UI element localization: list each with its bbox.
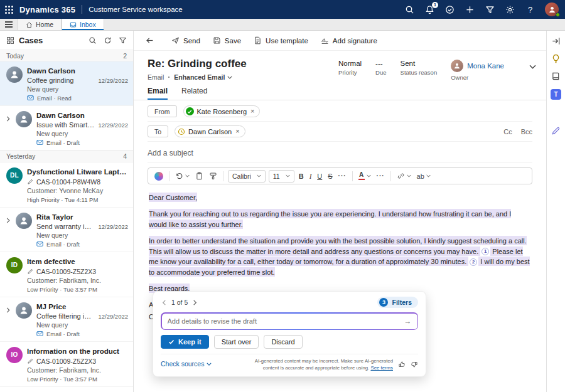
more-formatting-button[interactable]: ···: [336, 171, 349, 181]
pencil-icon: [27, 358, 33, 364]
cc-button[interactable]: Cc: [503, 128, 512, 135]
case-item[interactable]: IO Information on the product CAS-01009-…: [0, 342, 133, 387]
top-navigation-bar: Dynamics 365 Customer Service workspace …: [0, 0, 565, 19]
citation-1[interactable]: 1: [482, 248, 489, 255]
subject-row: [148, 142, 532, 163]
case-item[interactable]: ID Item defective CAS-01009-Z5Z2X3 Custo…: [0, 252, 133, 297]
submit-prompt-icon[interactable]: →: [404, 317, 412, 325]
conversation-item[interactable]: MJ Price Coffee filtering issue in BrewM…: [0, 297, 133, 342]
channel-status: Email · Draft: [46, 331, 80, 337]
chevron-down-icon: [426, 174, 431, 177]
refresh-icon[interactable]: [104, 36, 112, 45]
expand-header-chevron-icon[interactable]: [529, 60, 536, 69]
strikethrough-button[interactable]: S: [325, 171, 335, 182]
filter-icon[interactable]: [485, 4, 495, 15]
copilot-prompt-border: →: [161, 312, 418, 330]
site-map-hamburger-icon[interactable]: [0, 19, 18, 30]
conversation-item[interactable]: Rita Taylor Send warranty information fo…: [0, 208, 133, 252]
tab-email[interactable]: Email: [148, 87, 168, 100]
start-over-button[interactable]: Start over: [214, 335, 259, 349]
next-suggestion-icon[interactable]: [191, 299, 198, 307]
send-icon: [171, 36, 180, 45]
check-circle-icon[interactable]: [444, 4, 455, 15]
to-recipient-pill[interactable]: Dawn Carlson ×: [175, 125, 245, 137]
bold-button[interactable]: B: [296, 171, 306, 182]
remove-recipient-icon[interactable]: ×: [235, 128, 240, 135]
previous-suggestion-icon[interactable]: [161, 299, 168, 307]
notes-pen-icon[interactable]: [551, 126, 561, 135]
cases-view-icon[interactable]: [6, 36, 14, 45]
section-label: Yesterday: [6, 152, 35, 160]
inbox-filter-icon[interactable]: [119, 36, 127, 45]
undo-button[interactable]: [173, 170, 192, 182]
contact-name: Dawn Carlson: [36, 111, 128, 120]
collapse-pane-icon[interactable]: [551, 36, 561, 46]
font-color-button[interactable]: A: [356, 170, 374, 183]
from-recipient-pill[interactable]: Kate Rosenberg ×: [183, 105, 261, 117]
section-header-today[interactable]: Today 2: [0, 50, 133, 61]
toolbar-divider: [352, 171, 353, 181]
to-label[interactable]: To: [148, 125, 168, 137]
smart-assist-lightbulb-icon[interactable]: [551, 54, 561, 63]
form-selector[interactable]: Enhanced Email: [174, 73, 232, 81]
inbox-search-icon[interactable]: [89, 36, 97, 45]
add-signature-label: Add signature: [333, 37, 377, 45]
expand-thread-icon[interactable]: [6, 213, 11, 248]
priority-value: Normal: [338, 60, 362, 67]
insert-link-button[interactable]: [394, 170, 414, 182]
owner-value[interactable]: Mona Kane: [467, 62, 504, 70]
back-button[interactable]: [140, 34, 159, 47]
settings-gear-icon[interactable]: [505, 4, 515, 15]
font-family-select[interactable]: Calibri: [228, 170, 266, 183]
thumbs-up-icon[interactable]: [398, 361, 406, 368]
discard-button[interactable]: Discard: [264, 335, 302, 349]
field-priority: Normal Priority: [338, 60, 362, 76]
search-icon[interactable]: [404, 4, 415, 15]
copilot-prompt-input[interactable]: [168, 317, 399, 325]
conversation-item[interactable]: Dawn Carlson Coffee grinding 12/29/2022 …: [0, 61, 133, 106]
conversation-item[interactable]: Dawn Carlson Issue with Smart Brew 300 1…: [0, 106, 133, 151]
case-item[interactable]: DL Dysfunctional Litware Laptop Keyboard…: [0, 162, 133, 208]
knowledge-articles-icon[interactable]: [551, 72, 561, 81]
expand-thread-icon[interactable]: [6, 302, 11, 337]
filters-button[interactable]: 3 Filters: [377, 297, 418, 308]
bcc-button[interactable]: Bcc: [521, 128, 532, 135]
status-value: Sent: [401, 60, 438, 67]
to-recipient-name: Dawn Carlson: [188, 128, 232, 135]
tab-home[interactable]: Home: [18, 19, 62, 30]
case-priority-time: High Priority · Tue 4:11 PM: [27, 196, 128, 203]
see-terms-link[interactable]: See terms: [370, 365, 393, 371]
field-due: --- Due: [375, 60, 386, 76]
section-header-yesterday[interactable]: Yesterday 4: [0, 151, 133, 162]
keep-it-button[interactable]: Keep it: [161, 335, 209, 349]
user-avatar[interactable]: [545, 3, 559, 16]
format-painter-button[interactable]: [207, 170, 220, 182]
check-sources-link[interactable]: Check sources: [161, 358, 212, 368]
more-options-button[interactable]: ···: [374, 171, 387, 181]
app-window: Dynamics 365 Customer Service workspace …: [0, 0, 565, 392]
save-button[interactable]: Save: [207, 34, 247, 47]
expand-thread-icon[interactable]: [6, 111, 11, 146]
subject-input[interactable]: [148, 149, 532, 157]
citation-2[interactable]: 2: [470, 258, 477, 266]
tab-related[interactable]: Related: [181, 87, 207, 100]
teams-chat-icon[interactable]: T: [551, 89, 561, 100]
add-signature-button[interactable]: Add signature: [315, 34, 383, 47]
from-label[interactable]: From: [148, 105, 177, 117]
text-options-button[interactable]: ab: [414, 171, 433, 182]
tab-inbox[interactable]: Inbox: [62, 19, 104, 30]
help-icon[interactable]: ?: [525, 4, 535, 15]
copilot-button[interactable]: [152, 170, 166, 183]
add-icon[interactable]: [465, 4, 475, 15]
send-button[interactable]: Send: [166, 34, 206, 47]
thumbs-down-icon[interactable]: [411, 361, 418, 368]
remove-recipient-icon[interactable]: ×: [250, 108, 255, 115]
productivity-pane-rail: T: [546, 31, 565, 392]
underline-button[interactable]: U: [315, 171, 325, 182]
italic-button[interactable]: I: [307, 171, 315, 182]
use-template-button[interactable]: Use template: [248, 34, 314, 47]
app-launcher-waffle-icon[interactable]: [5, 6, 13, 14]
font-size-select[interactable]: 11: [269, 170, 294, 183]
notifications-bell-icon[interactable]: 1: [424, 4, 435, 15]
paste-button[interactable]: [193, 170, 206, 182]
